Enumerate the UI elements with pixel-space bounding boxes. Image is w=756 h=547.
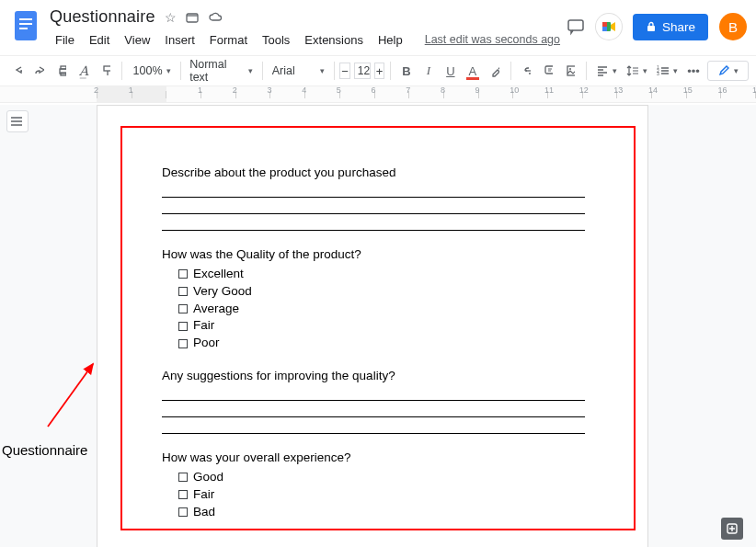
- chevron-down-icon: ▾: [673, 66, 678, 75]
- question-1-prompt: Describe about the product you purchased: [162, 165, 585, 181]
- add-comment-button[interactable]: [538, 59, 558, 83]
- ruler-tick: 7: [408, 91, 443, 98]
- font-dropdown[interactable]: Arial▾: [269, 63, 328, 79]
- print-button[interactable]: [52, 59, 72, 83]
- separator: [262, 62, 263, 80]
- paint-format-button[interactable]: [96, 59, 116, 83]
- blank-line: [162, 386, 585, 401]
- checkbox-icon: [178, 473, 188, 482]
- ruler-tick: 15: [686, 91, 721, 98]
- svg-rect-1: [19, 18, 32, 20]
- document-body[interactable]: Describe about the product you purchased…: [162, 165, 585, 538]
- option-label: Good: [193, 470, 223, 485]
- menu-tools[interactable]: Tools: [257, 30, 295, 50]
- checkbox-option[interactable]: Fair: [178, 486, 585, 504]
- menu-format[interactable]: Format: [204, 30, 253, 50]
- checkbox-icon: [178, 490, 188, 499]
- line-spacing-dropdown[interactable]: ▾: [623, 63, 651, 78]
- undo-button[interactable]: [7, 59, 28, 83]
- ruler-tick: 12: [582, 91, 617, 98]
- menu-insert[interactable]: Insert: [159, 30, 200, 50]
- highlight-button[interactable]: [485, 59, 505, 83]
- checkbox-option[interactable]: Excellent: [178, 266, 585, 283]
- checkbox-option[interactable]: Fair: [178, 317, 585, 335]
- explore-button[interactable]: [721, 518, 743, 540]
- svg-rect-5: [568, 20, 583, 30]
- ruler-tick: 11: [547, 91, 582, 98]
- pencil-icon: [717, 64, 730, 77]
- svg-rect-13: [104, 66, 110, 71]
- annotation-arrow-icon: [2, 339, 94, 440]
- question-2: How was the Quality of the product? Exce…: [162, 247, 585, 352]
- docs-logo-icon[interactable]: [9, 7, 42, 44]
- menu-help[interactable]: Help: [372, 30, 408, 50]
- menu-bar: File Edit View Insert Format Tools Exten…: [48, 28, 567, 50]
- comment-history-icon[interactable]: [567, 17, 585, 36]
- menu-file[interactable]: File: [50, 30, 80, 50]
- fontsize-input[interactable]: 12: [352, 59, 372, 83]
- ruler-tick: 2: [235, 91, 270, 98]
- ruler-tick: 6: [374, 91, 409, 98]
- increase-fontsize-button[interactable]: +: [374, 63, 384, 79]
- bold-button[interactable]: B: [396, 59, 417, 83]
- list-dropdown[interactable]: 123▾: [653, 63, 682, 78]
- svg-rect-7: [602, 22, 607, 27]
- meet-icon[interactable]: [596, 14, 622, 40]
- horizontal-ruler[interactable]: 21123456789101112131415161718: [0, 86, 756, 103]
- checkbox-icon: [178, 322, 188, 331]
- svg-rect-15: [567, 66, 575, 75]
- italic-button[interactable]: I: [418, 59, 439, 83]
- checkbox-icon: [178, 339, 188, 348]
- redo-button[interactable]: [29, 59, 50, 83]
- move-icon[interactable]: [186, 11, 199, 24]
- zoom-dropdown[interactable]: 100%▾: [128, 63, 175, 79]
- account-avatar[interactable]: B: [719, 13, 747, 40]
- question-4-prompt: How was your overall experience?: [162, 450, 585, 466]
- paragraph-style-dropdown[interactable]: Normal text▾: [186, 56, 257, 85]
- svg-rect-0: [15, 11, 37, 40]
- document-title[interactable]: Questionnaire: [50, 7, 155, 27]
- editing-mode-dropdown[interactable]: ▾: [707, 61, 749, 81]
- option-label: Fair: [193, 487, 214, 503]
- checkbox-option[interactable]: Good: [178, 469, 585, 486]
- ruler-tick: 10: [512, 91, 547, 98]
- more-tools-button[interactable]: •••: [683, 59, 704, 83]
- svg-point-22: [11, 124, 13, 126]
- text-color-button[interactable]: A: [463, 59, 483, 83]
- title-bar: Questionnaire ☆ File Edit View Insert Fo…: [0, 0, 756, 55]
- underline-button[interactable]: U: [441, 59, 461, 83]
- style-value: Normal text: [189, 58, 245, 84]
- insert-link-button[interactable]: [516, 59, 536, 83]
- option-label: Excellent: [193, 267, 244, 282]
- ruler-tick: 1: [132, 91, 166, 98]
- menu-view[interactable]: View: [119, 30, 155, 50]
- menu-extensions[interactable]: Extensions: [299, 30, 369, 50]
- decrease-fontsize-button[interactable]: −: [339, 63, 349, 79]
- ruler-tick: 8: [443, 91, 478, 98]
- checkbox-option[interactable]: Bad: [178, 504, 585, 521]
- cloud-status-icon[interactable]: [208, 12, 223, 23]
- font-value: Arial: [272, 64, 316, 77]
- share-button[interactable]: Share: [633, 14, 708, 40]
- star-icon[interactable]: ☆: [165, 10, 177, 25]
- insert-image-button[interactable]: [560, 59, 580, 83]
- checkbox-option[interactable]: Average: [178, 301, 585, 318]
- last-edit-link[interactable]: Last edit was seconds ago: [419, 30, 566, 50]
- option-label: Fair: [193, 318, 214, 334]
- checkbox-option[interactable]: Very Good: [178, 283, 585, 301]
- header-right: Share B: [567, 13, 747, 40]
- toolbar: A̲ 100%▾ Normal text▾ Arial▾ − 12 + B I …: [0, 55, 756, 86]
- show-outline-button[interactable]: [6, 110, 29, 132]
- option-label: Bad: [193, 505, 215, 520]
- svg-rect-14: [545, 66, 553, 74]
- align-dropdown[interactable]: ▾: [592, 63, 621, 78]
- svg-text:3: 3: [657, 71, 659, 76]
- ruler-tick: 14: [651, 91, 686, 98]
- document-page[interactable]: Describe about the product you purchased…: [97, 105, 648, 547]
- chevron-down-icon: ▾: [248, 66, 253, 75]
- checkbox-option[interactable]: Poor: [178, 335, 585, 352]
- svg-point-20: [11, 117, 13, 119]
- spellcheck-button[interactable]: A̲: [74, 59, 94, 83]
- chevron-down-icon: ▾: [643, 66, 647, 75]
- menu-edit[interactable]: Edit: [84, 30, 115, 50]
